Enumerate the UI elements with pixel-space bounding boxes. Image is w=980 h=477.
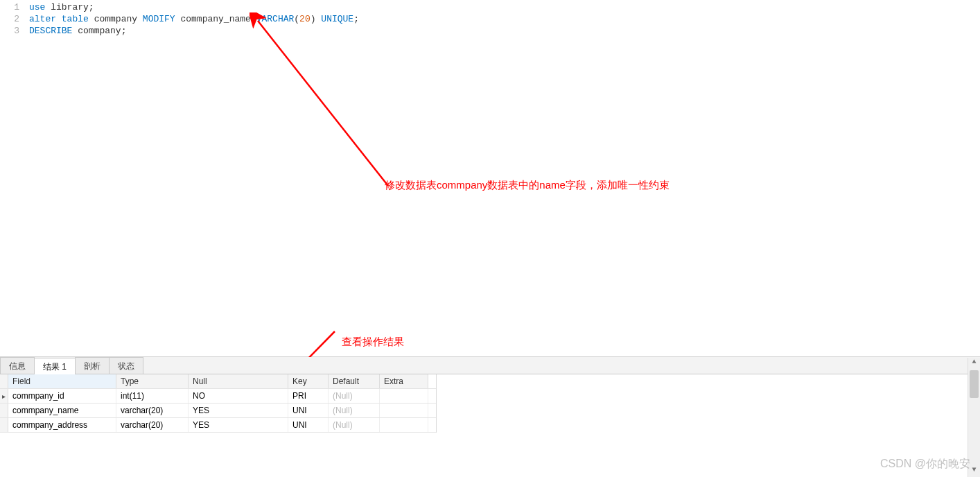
cell-null[interactable]: YES bbox=[189, 404, 288, 417]
svg-line-0 bbox=[258, 21, 388, 186]
col-header-type[interactable]: Type bbox=[116, 374, 189, 388]
cell-field[interactable]: commpany_address bbox=[8, 418, 116, 432]
results-tab[interactable]: 状态 bbox=[109, 357, 143, 374]
cell-type[interactable]: varchar(20) bbox=[116, 404, 189, 417]
code-line[interactable]: use library; bbox=[29, 1, 980, 13]
cell-null[interactable]: YES bbox=[189, 418, 288, 432]
col-header-null[interactable]: Null bbox=[189, 374, 288, 388]
cell-type[interactable]: int(11) bbox=[116, 389, 189, 403]
row-handle[interactable] bbox=[0, 418, 8, 432]
grid-header-row: Field Type Null Key Default Extra bbox=[0, 374, 436, 389]
line-gutter: 123 bbox=[0, 1, 29, 37]
code-line[interactable]: DESCRIBE commpany; bbox=[29, 25, 980, 37]
cell-extra[interactable] bbox=[380, 418, 428, 432]
cell-key[interactable]: UNI bbox=[288, 404, 329, 417]
col-header-key[interactable]: Key bbox=[288, 374, 329, 388]
cell-default[interactable]: (Null) bbox=[329, 389, 380, 403]
annotation-arrow-1 bbox=[250, 12, 402, 200]
scroll-up-button[interactable]: ▲ bbox=[968, 358, 980, 369]
annotation-text-2: 查看操作结果 bbox=[342, 336, 404, 349]
results-tab[interactable]: 剖析 bbox=[75, 357, 110, 374]
cell-extra[interactable] bbox=[380, 404, 428, 417]
cell-type[interactable]: varchar(20) bbox=[116, 418, 189, 432]
line-number: 3 bbox=[0, 25, 19, 37]
table-row[interactable]: commpany_addressvarchar(20)YESUNI(Null) bbox=[0, 418, 436, 433]
cell-null[interactable]: NO bbox=[189, 389, 288, 403]
results-tab[interactable]: 信息 bbox=[0, 357, 35, 374]
cell-default[interactable]: (Null) bbox=[329, 404, 380, 417]
results-grid[interactable]: Field Type Null Key Default Extra ▸commp… bbox=[0, 374, 437, 433]
cell-field[interactable]: commpany_id bbox=[8, 389, 116, 403]
cell-extra[interactable] bbox=[380, 389, 428, 403]
code-lines[interactable]: use library;alter table commpany MODIFY … bbox=[29, 1, 980, 37]
line-number: 2 bbox=[0, 13, 19, 25]
results-panel: 信息结果 1剖析状态 Field Type Null Key Default E… bbox=[0, 357, 980, 477]
sql-editor[interactable]: 123 use library;alter table commpany MOD… bbox=[0, 0, 980, 357]
scroll-thumb[interactable] bbox=[970, 370, 979, 398]
line-number: 1 bbox=[0, 1, 19, 13]
cell-key[interactable]: PRI bbox=[288, 389, 329, 403]
col-header-field[interactable]: Field bbox=[8, 374, 116, 388]
code-line[interactable]: alter table commpany MODIFY commpany_nam… bbox=[29, 13, 980, 25]
results-tab-strip: 信息结果 1剖析状态 bbox=[0, 357, 980, 374]
row-handle-header bbox=[0, 374, 8, 388]
row-handle[interactable]: ▸ bbox=[0, 389, 8, 403]
cell-field[interactable]: commpany_name bbox=[8, 404, 116, 417]
cell-default[interactable]: (Null) bbox=[329, 418, 380, 432]
row-handle[interactable] bbox=[0, 404, 8, 417]
cell-key[interactable]: UNI bbox=[288, 418, 329, 432]
col-header-default[interactable]: Default bbox=[329, 374, 380, 388]
table-row[interactable]: commpany_namevarchar(20)YESUNI(Null) bbox=[0, 404, 436, 418]
col-header-extra[interactable]: Extra bbox=[380, 374, 428, 388]
watermark: CSDN @你的晚安 bbox=[880, 457, 970, 471]
table-row[interactable]: ▸commpany_idint(11)NOPRI(Null) bbox=[0, 389, 436, 404]
results-tab[interactable]: 结果 1 bbox=[34, 358, 76, 374]
annotation-text-1: 修改数据表commpany数据表中的name字段，添加唯一性约束 bbox=[385, 179, 670, 192]
